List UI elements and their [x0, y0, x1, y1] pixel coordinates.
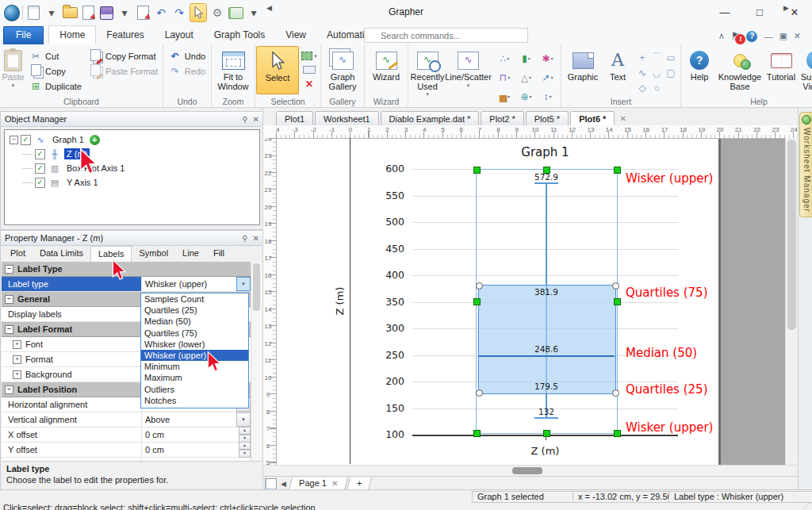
pyramid-plot-button[interactable]: △▾	[515, 68, 537, 87]
document-tab-plot6-[interactable]: Plot6 *	[570, 111, 615, 125]
expand-section-icon[interactable]: +	[13, 340, 21, 349]
undo-button[interactable]: ↶Undo	[165, 48, 209, 63]
ribbon-tab-home[interactable]: Home	[48, 25, 96, 44]
property-section-label-type[interactable]: −Label Type	[2, 262, 251, 277]
property-tab-plot[interactable]: Plot	[3, 246, 33, 262]
dropdown-option-quartiles-75-[interactable]: Quartiles (75)	[141, 328, 248, 339]
insert-text-button[interactable]: A Text	[603, 46, 632, 82]
worksheet-manager-tab[interactable]: Worksheet Manager	[799, 112, 812, 217]
help-button[interactable]: ? Help	[684, 46, 715, 82]
dropdown-option-maximum[interactable]: Maximum	[141, 372, 248, 383]
rectangle-shape-icon[interactable]: ▭	[664, 50, 678, 65]
add-page-tab[interactable]: +	[347, 477, 372, 490]
surface-3d-plot-button[interactable]: ✱▾	[537, 49, 558, 68]
tree-checkbox[interactable]: ✓	[35, 178, 45, 188]
search-input[interactable]	[364, 28, 528, 43]
support-videos-button[interactable]: ▶ Support Videos	[798, 46, 812, 91]
property-tab-line[interactable]: Line	[175, 246, 206, 262]
close-page-icon[interactable]: ✕	[331, 477, 338, 489]
maximize-button[interactable]: □	[742, 0, 777, 24]
step-plot-button[interactable]: ⊓▾	[494, 68, 515, 87]
line-scatter-button[interactable]: ∿ Line/Scatter ▾	[446, 46, 491, 88]
tutorial-button[interactable]: Tutorial	[764, 46, 798, 82]
knowledge-base-button[interactable]: Knowledge Base	[715, 46, 764, 91]
pane-minimize-icon[interactable]: —	[764, 32, 772, 41]
expand-section-icon[interactable]: +	[13, 355, 21, 364]
arc-shape-icon[interactable]: ◡	[649, 65, 664, 80]
tree-item-box-plot-axis-1[interactable]: ✓▥Box Plot Axis 1	[6, 161, 259, 175]
add-plot-icon[interactable]: +	[90, 135, 100, 145]
ribbon-tab-view[interactable]: View	[275, 26, 316, 44]
pane-close-icon[interactable]: ✕	[794, 31, 801, 41]
tab-scroll-left-icon[interactable]: ◀	[266, 4, 272, 12]
dropdown-option-whisker-lower-[interactable]: Whisker (lower)	[141, 339, 248, 350]
plus-shape-icon[interactable]: +	[635, 50, 649, 65]
property-row-x-offset[interactable]: X offset0 cm▴▾	[2, 428, 251, 443]
property-tab-data-limits[interactable]: Data Limits	[33, 246, 90, 262]
document-tab-plot1[interactable]: Plot1	[276, 111, 313, 125]
ribbon-tab-file[interactable]: File	[3, 26, 44, 44]
dropdown-option-median-50-[interactable]: Median (50)	[141, 316, 248, 327]
reshape-button[interactable]	[299, 63, 320, 77]
property-row-label-type[interactable]: Label typeWhisker (upper)▾	[2, 277, 251, 292]
tree-checkbox[interactable]: ✓	[21, 135, 31, 145]
tree-checkbox[interactable]: ✓	[35, 149, 45, 159]
property-grid-scrollbar[interactable]	[251, 262, 262, 463]
tree-expander-icon[interactable]: −	[10, 136, 18, 144]
vertical-scrollbar[interactable]	[785, 138, 799, 465]
spinner-stepper[interactable]: ▴▾	[239, 442, 251, 458]
ribbon-tab-features[interactable]: Features	[96, 26, 154, 44]
property-tab-fill[interactable]: Fill	[206, 246, 232, 262]
dropdown-option-notches[interactable]: Notches	[141, 395, 248, 406]
delete-button[interactable]: ✕	[299, 77, 320, 91]
dropdown-chevron-icon[interactable]: ▾	[236, 412, 251, 427]
select-button[interactable]: Select	[256, 46, 299, 94]
ribbon-tab-graph-tools[interactable]: Graph Tools	[204, 26, 275, 44]
close-document-icon[interactable]: ✕	[616, 114, 629, 125]
tab-scroll-right-icon[interactable]: ▶	[783, 4, 789, 12]
tree-item-z-m-[interactable]: ✓╫Z (m)	[6, 147, 259, 161]
property-row-y-offset[interactable]: Y offset0 cm▴▾	[2, 443, 251, 458]
collapse-section-icon[interactable]: −	[5, 295, 13, 304]
page-tab[interactable]: Page 1✕	[289, 477, 348, 490]
tree-item-graph-1[interactable]: −✓∿Graph 1+	[6, 132, 259, 147]
minimize-button[interactable]: —	[707, 0, 742, 24]
horizontal-scrollbar[interactable]	[263, 465, 798, 477]
polar-plot-button[interactable]: ⊕▾	[515, 87, 537, 106]
box-whisker-plot-button[interactable]: ▮▾	[515, 49, 537, 68]
bar-chart-plot-button[interactable]: ▅▾	[494, 87, 515, 106]
vertical-scrollbar-thumb[interactable]	[787, 140, 796, 330]
document-tab-worksheet1[interactable]: Worksheet1	[315, 111, 379, 125]
pin-icon[interactable]: ⚲	[242, 234, 247, 243]
hi-low-plot-button[interactable]: ↕▾	[537, 87, 558, 106]
collapse-section-icon[interactable]: −	[5, 385, 13, 394]
collapse-ribbon-icon[interactable]: ∧	[718, 31, 725, 41]
spin-down-icon[interactable]: ▾	[239, 450, 251, 458]
resize-grip-icon[interactable]: ⋰	[803, 501, 810, 509]
collapse-section-icon[interactable]: −	[5, 325, 13, 334]
page-scroll-left-icon[interactable]: ◀	[278, 480, 289, 488]
cut-button[interactable]: ✂Cut	[25, 48, 86, 63]
help-icon[interactable]: ?	[746, 31, 757, 42]
pane-restore-icon[interactable]: ▣	[779, 31, 787, 41]
dropdown-option-samples-count[interactable]: Samples Count	[141, 293, 248, 305]
document-tab-plot5-[interactable]: Plot5 *	[526, 111, 569, 125]
fit-to-window-button[interactable]: Fit to Window	[213, 46, 254, 91]
close-panel-icon[interactable]: ✕	[253, 234, 259, 243]
property-tab-labels[interactable]: Labels	[90, 246, 132, 263]
spin-up-icon[interactable]: ▴	[239, 427, 251, 435]
polygon-shape-icon[interactable]: ◇	[635, 80, 649, 95]
wizard-button[interactable]: ∿ Wizard	[366, 46, 407, 82]
expand-section-icon[interactable]: +	[13, 370, 21, 379]
tree-item-y-axis-1[interactable]: ✓▤Y Axis 1	[6, 175, 259, 190]
dropdown-option-minimum[interactable]: Minimum	[141, 361, 248, 372]
polyline-shape-icon[interactable]: ∿	[635, 65, 649, 80]
graph-gallery-button[interactable]: ∿ Graph Gallery	[322, 46, 363, 91]
dropdown-option-quartiles-25-[interactable]: Quartiles (25)	[141, 305, 248, 316]
pin-icon[interactable]: ⚲	[242, 115, 247, 124]
dropdown-option-whisker-upper-[interactable]: Whisker (upper)	[141, 350, 248, 361]
property-row-vertical-alignment[interactable]: Vertical alignmentAbove▾	[2, 412, 251, 428]
collapse-section-icon[interactable]: −	[5, 265, 13, 274]
line-points-plot-button[interactable]: ↗▾	[537, 68, 558, 87]
copy-format-button[interactable]: Copy Format	[86, 48, 162, 63]
